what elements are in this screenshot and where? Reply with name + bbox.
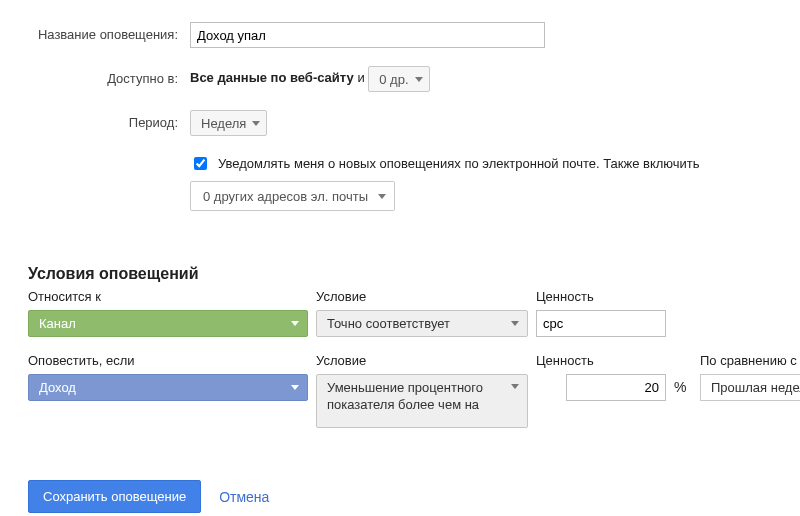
applies-to-select[interactable]: Канал <box>28 310 308 337</box>
condition-header-2: Условие <box>316 353 528 370</box>
condition-1-select[interactable]: Точно соответствует <box>316 310 528 337</box>
save-alert-button[interactable]: Сохранить оповещение <box>28 480 201 513</box>
other-emails-dropdown[interactable]: 0 других адресов эл. почты <box>190 181 395 211</box>
compared-to-header: По сравнению с <box>700 353 800 370</box>
applies-to-header: Относится к <box>28 289 308 306</box>
cancel-link[interactable]: Отмена <box>219 489 269 505</box>
notify-email-label: Уведомлять меня о новых оповещениях по э… <box>218 156 700 171</box>
other-emails-label: 0 других адресов эл. почты <box>203 189 368 204</box>
available-in-text: Все данные по веб-сайту <box>190 70 354 85</box>
condition-2-select[interactable]: Уменьшение процентного показателя более … <box>316 374 528 428</box>
value-1-input[interactable] <box>536 310 666 337</box>
value-header-2: Ценность <box>536 353 666 370</box>
chevron-down-icon <box>291 321 299 326</box>
value-2-input[interactable] <box>566 374 666 401</box>
period-dropdown[interactable]: Неделя <box>190 110 267 136</box>
compared-to-value: Прошлая неделя <box>711 380 800 395</box>
alert-name-input[interactable] <box>190 22 545 48</box>
available-more-dropdown[interactable]: 0 др. <box>368 66 429 92</box>
chevron-down-icon <box>378 194 386 199</box>
chevron-down-icon <box>252 121 260 126</box>
condition-2-value: Уменьшение процентного показателя более … <box>327 380 497 414</box>
period-value: Неделя <box>201 116 246 131</box>
available-in-and: и <box>354 70 369 85</box>
alert-if-value: Доход <box>39 380 76 395</box>
value-header-1: Ценность <box>536 289 800 306</box>
chevron-down-icon <box>291 385 299 390</box>
alert-if-select[interactable]: Доход <box>28 374 308 401</box>
chevron-down-icon <box>511 321 519 326</box>
applies-to-value: Канал <box>39 316 76 331</box>
available-more-label: 0 др. <box>379 72 408 87</box>
condition-1-value: Точно соответствует <box>327 316 450 331</box>
period-label: Период: <box>28 110 190 130</box>
conditions-title: Условия оповещений <box>28 265 772 283</box>
compared-to-select[interactable]: Прошлая неделя <box>700 374 800 401</box>
alert-name-label: Название оповещения: <box>28 22 190 42</box>
alert-if-header: Оповестить, если <box>28 353 308 370</box>
condition-header-1: Условие <box>316 289 528 306</box>
available-in-label: Доступно в: <box>28 66 190 86</box>
chevron-down-icon <box>415 77 423 82</box>
notify-email-checkbox[interactable] <box>194 157 207 170</box>
percent-symbol: % <box>674 374 692 395</box>
chevron-down-icon <box>511 384 519 389</box>
